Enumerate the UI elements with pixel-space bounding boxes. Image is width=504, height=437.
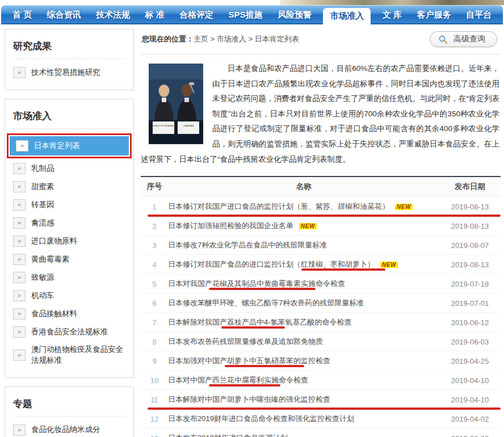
row-title-link[interactable]: 日本修订对我国产进口食品的监控计划（葱、紫苏、甜椒和油菜花）NEW xyxy=(168,201,439,212)
row-publish-date: 2019-03-26 xyxy=(439,434,501,437)
table-row: 2日本修订加强辐照检验的我国企业名单NEW2019-08-13 xyxy=(141,216,501,236)
row-index: 13 xyxy=(141,434,168,437)
row-title-link[interactable]: 日本修订加强辐照检验的我国企业名单NEW xyxy=(168,221,439,231)
row-publish-date: 2019-08-07 xyxy=(439,241,501,250)
nav-item-6[interactable]: 风险预警 xyxy=(274,5,315,24)
row-title-link[interactable]: 日本发布2019财年进口食品监视计划 xyxy=(168,433,439,437)
sidebar-item-topic-0[interactable]: »食品化妆品纳米成分 xyxy=(5,421,133,437)
row-publish-date: 2019-07-01 xyxy=(439,299,501,308)
topics-list: »食品化妆品纳米成分»庆祝中国入世10周年»欧美玩具技术法规专题 xyxy=(5,421,133,437)
row-publish-date: 2019-08-13 xyxy=(439,222,501,230)
row-publish-date: 2019-04-10 xyxy=(439,376,501,385)
row-publish-date: 2019-06-03 xyxy=(439,338,501,346)
row-title-link[interactable]: 日本发布2019财年进口食品命令检查和强化监控检查计划 xyxy=(168,414,439,424)
row-index: 7 xyxy=(141,318,168,327)
row-publish-date: 2019-04-02 xyxy=(439,415,501,423)
table-row: 11日本解除对中国产胡萝卜中噻虫嗪的强化监控检查2019-04-10 xyxy=(141,390,501,409)
row-title-link[interactable]: 日本修改苯醚甲环唑、螺虫乙酯等7种农兽药的残留限量标准 xyxy=(168,298,439,308)
table-row: 12日本发布2019财年进口食品命令检查和强化监控检查计划2019-04-02 xyxy=(141,409,501,428)
sidebar-item-market-3[interactable]: »转基因 xyxy=(5,196,133,214)
sidebar-item-market-10[interactable]: »香港食品安全法规标准 xyxy=(5,323,133,341)
nav-item-2[interactable]: 技术法规 xyxy=(93,5,133,24)
row-index: 2 xyxy=(141,222,168,230)
breadcrumb: 您现在的位置：主页 > 市场准入 > 日本肯定列表 xyxy=(142,34,299,44)
red-underline-annotation xyxy=(209,288,316,290)
advanced-search-button[interactable]: 高级查询 xyxy=(430,31,497,47)
sidebar-item-market-7[interactable]: »致敏源 xyxy=(5,268,133,287)
nav-item-1[interactable]: 综合资讯 xyxy=(44,5,85,24)
row-title-link[interactable]: 日本对中国产西兰花中腐霉利实施命令检查 xyxy=(168,375,439,385)
sidebar-item-label: 机动车 xyxy=(31,291,128,301)
red-underline-annotation xyxy=(209,384,280,386)
sidebar-item-label: 致敏源 xyxy=(31,272,128,283)
row-title-link[interactable]: 日本修改7种农业化学品在食品中的残留限量标准 xyxy=(168,240,439,250)
sidebar-item-market-8[interactable]: »机动车 xyxy=(5,287,133,305)
red-underline-annotation xyxy=(221,326,285,329)
sidebar-item-research-0[interactable]: »技术性贸易措施研究 xyxy=(5,64,133,82)
row-title-text: 日本发布2019财年进口食品命令检查和强化监控检查计划 xyxy=(168,414,354,424)
conference-photo: DIRECTOR GENERAL CHAIRMAN xyxy=(149,64,203,144)
nav-item-3[interactable]: 标 准 xyxy=(141,5,167,24)
nav-item-10[interactable]: 自平台 xyxy=(463,5,495,24)
placard-right-text: CHAIRMAN xyxy=(183,125,194,127)
row-title-link[interactable]: 日本解除对我国产荔枝产品中4-氯苯氧基乙酸的命令检查 xyxy=(168,317,439,327)
nav-item-8[interactable]: 文 库 xyxy=(379,5,405,24)
breadcrumb-path[interactable]: 主页 > 市场准入 > 日本肯定列表 xyxy=(194,35,299,43)
row-title-text: 日本发布农兽药残留限量修改单及追加豁免物质 xyxy=(168,337,323,347)
sidebar-item-market-4[interactable]: »禽流感 xyxy=(5,214,133,232)
double-arrow-icon: » xyxy=(13,217,26,229)
sidebar-item-market-1[interactable]: »乳制品 xyxy=(5,159,133,178)
nav-item-9[interactable]: 客户服务 xyxy=(413,5,454,24)
double-arrow-icon: » xyxy=(16,140,28,152)
article-list-table: 序号 名称 发布日期 1日本修订对我国产进口食品的监控计划（葱、紫苏、甜椒和油菜… xyxy=(141,176,501,437)
row-index: 8 xyxy=(141,338,168,346)
banner-photo-sliver xyxy=(280,0,504,5)
nav-item-7[interactable]: 市场准入 xyxy=(323,8,371,24)
nav-item-4[interactable]: 合格评定 xyxy=(176,5,217,24)
row-title-text: 日本修改苯醚甲环唑、螺虫乙酯等7种农兽药的残留限量标准 xyxy=(168,298,364,308)
table-row: 10日本对中国产西兰花中腐霉利实施命令检查2019-04-10 xyxy=(141,371,501,390)
sidebar-item-market-5[interactable]: »进口废物原料 xyxy=(5,232,133,250)
breadcrumb-row: 您现在的位置：主页 > 市场准入 > 日本肯定列表 高级查询 xyxy=(141,29,501,54)
row-index: 3 xyxy=(141,241,168,250)
col-header-index: 序号 xyxy=(141,182,168,192)
row-title-text: 日本解除对中国产胡萝卜中噻虫嗪的强化监控检查 xyxy=(168,394,330,405)
row-title-link[interactable]: 日本发布农兽药残留限量修改单及追加豁免物质 xyxy=(168,337,439,347)
row-index: 10 xyxy=(141,376,168,385)
sidebar-heading-topics: 专题 xyxy=(13,396,125,417)
main-nav: 首 页综合资讯技术法规标 准合格评定SPS措施风险预警市场准入文 库客户服务自平… xyxy=(1,5,503,24)
nav-item-5[interactable]: SPS措施 xyxy=(225,5,266,24)
col-header-name: 名称 xyxy=(168,182,439,192)
double-arrow-icon: » xyxy=(13,254,26,265)
market-access-list: »日本肯定列表»乳制品»甜蜜素»转基因»禽流感»进口废物原料»黄曲霉毒素»致敏源… xyxy=(5,133,133,369)
sidebar-item-label: 甜蜜素 xyxy=(31,182,128,192)
row-index: 1 xyxy=(141,203,168,211)
table-header-row: 序号 名称 发布日期 xyxy=(141,176,501,197)
red-underline-annotation xyxy=(148,407,501,410)
new-badge: NEW xyxy=(395,204,413,210)
red-underline-annotation xyxy=(301,268,385,271)
sidebar-heading-research: 研究成果 xyxy=(13,39,125,59)
new-badge: NEW xyxy=(299,223,317,229)
nav-item-0[interactable]: 首 页 xyxy=(9,5,35,24)
top-banner-strip xyxy=(0,0,504,5)
advanced-search-label: 高级查询 xyxy=(453,34,485,44)
sidebar-item-market-9[interactable]: »食品接触材料 xyxy=(5,305,133,323)
row-title-text: 日本修订对我国产进口食品的监控计划（葱、紫苏、甜椒和油菜花） xyxy=(168,201,389,212)
sidebar-item-market-6[interactable]: »黄曲霉毒素 xyxy=(5,250,133,268)
row-publish-date: 2019-08-13 xyxy=(439,260,501,269)
col-header-date: 发布日期 xyxy=(439,182,501,192)
sidebar-item-market-2[interactable]: »甜蜜素 xyxy=(5,178,133,196)
sidebar-item-label: 禽流感 xyxy=(31,218,128,229)
table-row: 3日本修改7种农业化学品在食品中的残留限量标准2019-08-07 xyxy=(141,236,501,255)
table-row: 8日本发布农兽药残留限量修改单及追加豁免物质2019-06-03 xyxy=(141,332,501,351)
red-annotation-box-active-item: »日本肯定列表 xyxy=(7,133,132,158)
sidebar-box-topics: 专题 »食品化妆品纳米成分»庆祝中国入世10周年»欧美玩具技术法规专题 »日本重… xyxy=(5,386,134,437)
table-row: 7日本解除对我国产荔枝产品中4-氯苯氧基乙酸的命令检查2019-06-12 xyxy=(141,313,501,332)
row-title-link[interactable]: 日本解除对中国产胡萝卜中噻虫嗪的强化监控检查 xyxy=(168,394,439,405)
double-arrow-icon: » xyxy=(13,181,26,192)
red-underline-annotation xyxy=(148,215,501,217)
sidebar-item-market-0[interactable]: »日本肯定列表 xyxy=(10,136,129,156)
sidebar-item-market-11[interactable]: »澳门动植物检疫及食品安全法规标准 xyxy=(5,341,133,369)
main-content: 您现在的位置：主页 > 市场准入 > 日本肯定列表 高级查询 xyxy=(141,29,501,437)
